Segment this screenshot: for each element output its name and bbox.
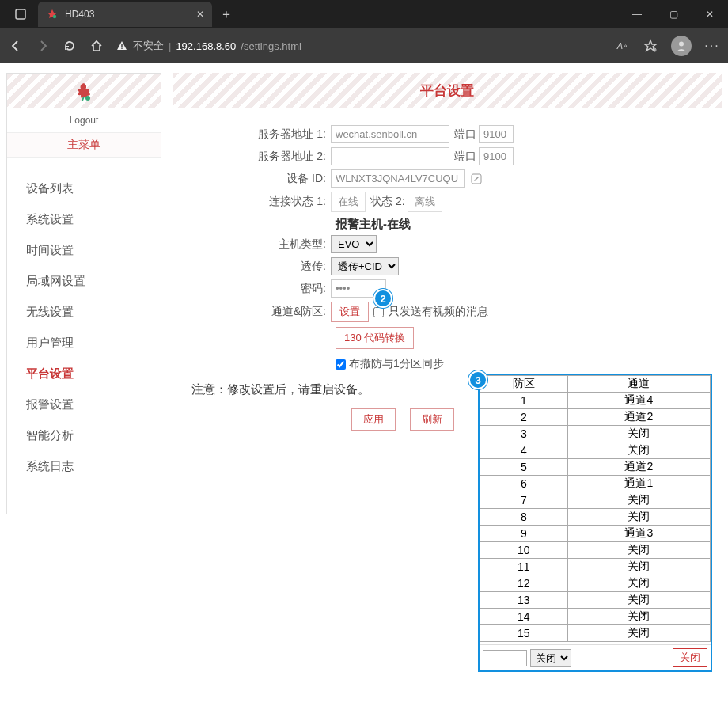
window-titlebar: HD403 ✕ ＋ — ▢ ✕ (0, 0, 728, 28)
transparent-label: 透传: (173, 260, 331, 274)
tab-close-icon[interactable]: ✕ (196, 9, 204, 20)
table-row[interactable]: 12关闭 (480, 575, 711, 592)
page-content: Logout 主菜单 设备列表 系统设置 时间设置 局域网设置 无线设置 用户管… (0, 63, 728, 706)
table-row[interactable]: 15关闭 (480, 625, 711, 642)
back-button[interactable] (8, 38, 24, 54)
refresh-page-button[interactable]: 刷新 (410, 408, 454, 431)
zone-cell: 3 (480, 426, 568, 442)
zone-cell: 1 (480, 393, 568, 409)
sidebar-item-lan-settings[interactable]: 局域网设置 (7, 266, 161, 297)
edit-device-id-icon[interactable] (470, 173, 483, 185)
port2-input[interactable] (479, 147, 514, 165)
logo-icon (74, 81, 94, 101)
table-row[interactable]: 5通道2 (480, 459, 711, 476)
browser-navbar: 不安全 | 192.168.8.60/settings.html A» ··· (0, 28, 728, 63)
sidebar: Logout 主菜单 设备列表 系统设置 时间设置 局域网设置 无线设置 用户管… (6, 73, 161, 514)
close-window-button[interactable]: ✕ (692, 0, 728, 28)
popup-close-button[interactable]: 关闭 (673, 648, 707, 667)
channel-zone-label: 通道&防区: (173, 305, 331, 319)
logout-link[interactable]: Logout (7, 108, 161, 132)
host-type-label: 主机类型: (173, 237, 331, 252)
tab-title: HD403 (65, 9, 190, 20)
channel-cell: 通道2 (567, 409, 710, 426)
transparent-select[interactable]: 透传+CID (331, 257, 399, 275)
device-id-label: 设备 ID: (173, 172, 331, 186)
device-id-input (331, 169, 465, 188)
table-row[interactable]: 14关闭 (480, 609, 711, 625)
server1-input[interactable] (331, 125, 449, 143)
channel-cell: 关闭 (567, 559, 710, 575)
favorites-icon[interactable] (643, 38, 658, 54)
channel-zone-setting-button[interactable]: 设置 (331, 302, 369, 322)
channel-cell: 通道1 (567, 476, 710, 492)
server2-input[interactable] (331, 147, 449, 165)
sidebar-item-system-settings[interactable]: 系统设置 (7, 204, 161, 235)
channel-cell: 关闭 (567, 592, 710, 609)
channel-cell: 关闭 (567, 542, 710, 559)
conn2-value: 离线 (408, 192, 442, 212)
forward-button[interactable] (35, 38, 51, 54)
sidebar-item-platform-settings[interactable]: 平台设置 (7, 359, 161, 389)
zone-header: 防区 (480, 376, 568, 393)
table-row[interactable]: 6通道1 (480, 476, 711, 492)
tabs-overview-icon[interactable] (9, 3, 32, 25)
new-tab-button[interactable]: ＋ (220, 6, 233, 23)
sidebar-menu: 设备列表 系统设置 时间设置 局域网设置 无线设置 用户管理 平台设置 报警设置… (7, 158, 161, 514)
table-row[interactable]: 8关闭 (480, 509, 711, 526)
table-row[interactable]: 1通道4 (480, 393, 711, 409)
sync-checkbox[interactable] (336, 359, 346, 370)
sidebar-item-device-list[interactable]: 设备列表 (7, 173, 161, 204)
sidebar-item-system-log[interactable]: 系统日志 (7, 451, 161, 482)
table-row[interactable]: 3关闭 (480, 426, 711, 442)
channel-cell: 通道2 (567, 459, 710, 476)
profile-avatar[interactable] (671, 36, 692, 56)
table-row[interactable]: 13关闭 (480, 592, 711, 609)
only-video-checkbox[interactable] (373, 307, 384, 317)
zone-channel-table: 防区 通道 1通道42通道23关闭4关闭5通道26通道17关闭8关闭9通道310… (480, 375, 711, 642)
port1-label: 端口 (454, 127, 476, 142)
table-row[interactable]: 9通道3 (480, 526, 711, 542)
zone-channel-table-wrap[interactable]: 防区 通道 1通道42通道23关闭4关闭5通道26通道17关闭8关闭9通道310… (480, 375, 711, 644)
browser-tab[interactable]: HD403 ✕ (38, 2, 212, 27)
menu-button[interactable]: ··· (704, 38, 720, 54)
apply-button[interactable]: 应用 (351, 408, 396, 431)
sidebar-item-time-settings[interactable]: 时间设置 (7, 235, 161, 266)
channel-cell: 关闭 (567, 625, 710, 642)
channel-header: 通道 (567, 376, 710, 393)
table-row[interactable]: 10关闭 (480, 542, 711, 559)
host-type-select[interactable]: EVO (331, 235, 377, 253)
zone-cell: 8 (480, 509, 568, 526)
main-menu-label: 主菜单 (7, 132, 161, 158)
svg-rect-3 (121, 48, 122, 49)
port1-input[interactable] (479, 125, 514, 143)
zone-cell: 2 (480, 409, 568, 426)
maximize-button[interactable]: ▢ (655, 0, 692, 28)
zone-cell: 4 (480, 442, 568, 459)
popup-zone-input[interactable] (483, 650, 527, 666)
channel-cell: 通道3 (567, 526, 710, 542)
sidebar-item-user-management[interactable]: 用户管理 (7, 328, 161, 359)
sidebar-item-wireless-settings[interactable]: 无线设置 (7, 297, 161, 328)
favicon-icon (46, 8, 59, 21)
svg-point-7 (679, 42, 684, 47)
logo-area (7, 74, 161, 108)
table-row[interactable]: 11关闭 (480, 559, 711, 575)
svg-rect-2 (121, 44, 122, 47)
zone-cell: 5 (480, 459, 568, 476)
popup-channel-select[interactable]: 关闭 (530, 649, 571, 667)
read-aloud-icon[interactable]: A» (614, 38, 630, 54)
home-button[interactable] (89, 38, 104, 54)
only-video-label: 只发送有视频的消息 (389, 305, 488, 319)
table-row[interactable]: 4关闭 (480, 442, 711, 459)
svg-point-1 (53, 15, 56, 18)
minimize-button[interactable]: — (619, 0, 655, 28)
table-row[interactable]: 2通道2 (480, 409, 711, 426)
code-convert-button[interactable]: 130 代码转换 (336, 327, 414, 349)
table-row[interactable]: 7关闭 (480, 492, 711, 509)
sidebar-item-alarm-settings[interactable]: 报警设置 (7, 389, 161, 420)
sidebar-item-smart-analysis[interactable]: 智能分析 (7, 420, 161, 451)
server1-label: 服务器地址 1: (173, 127, 331, 142)
conn2-label: 状态 2: (370, 195, 405, 209)
refresh-button[interactable] (62, 38, 78, 54)
address-bar[interactable]: 不安全 | 192.168.8.60/settings.html (116, 39, 301, 53)
